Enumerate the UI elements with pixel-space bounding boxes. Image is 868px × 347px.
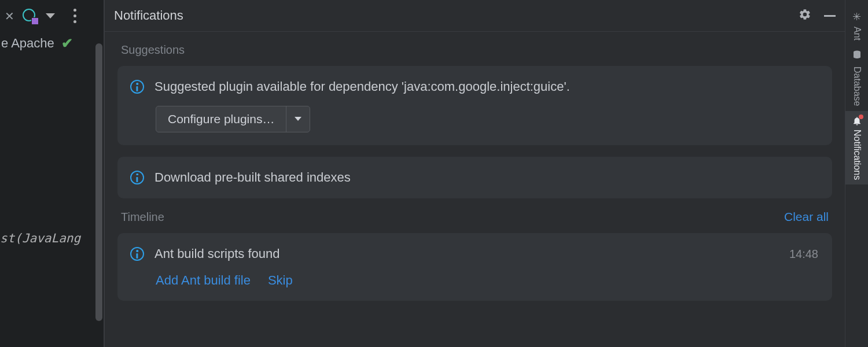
configure-plugins-button[interactable]: Configure plugins… — [156, 106, 310, 132]
close-icon[interactable]: ✕ — [5, 9, 14, 23]
timeline-header: Timeline Clear all — [117, 210, 832, 224]
code-fragment: st(JavaLang — [0, 231, 80, 245]
notification-card[interactable]: Download pre-built shared indexes — [117, 157, 832, 199]
info-icon — [130, 247, 144, 261]
breadcrumb-text: e Apache — [1, 36, 54, 51]
stripe-item-ant[interactable]: ✳ Ant — [852, 6, 862, 45]
more-icon[interactable] — [73, 9, 76, 23]
notifications-panel: Notifications Suggestions Suggested plug… — [104, 0, 845, 347]
editor-area: ✕ e Apache ✔ st(JavaLang — [0, 0, 104, 347]
chevron-down-icon[interactable] — [286, 106, 310, 132]
check-icon: ✔ — [61, 35, 73, 51]
notification-dot-icon — [859, 115, 863, 119]
tool-window-stripe: ✳ Ant Database Notifications — [845, 0, 868, 347]
notification-card[interactable]: Suggested plugin available for dependenc… — [117, 66, 832, 145]
notification-message: Ant build scripts found — [155, 246, 279, 263]
database-icon — [852, 50, 862, 63]
stripe-label: Notifications — [852, 130, 862, 180]
suggestions-label: Suggestions — [121, 43, 185, 57]
notification-card[interactable]: Ant build scripts found 14:48 Add Ant bu… — [117, 233, 832, 301]
panel-body: Suggestions Suggested plugin available f… — [105, 32, 845, 347]
panel-title: Notifications — [114, 8, 799, 23]
suggestions-header: Suggestions — [117, 43, 832, 57]
stripe-item-database[interactable]: Database — [852, 45, 862, 111]
notification-message: Download pre-built shared indexes — [155, 169, 351, 186]
notification-message: Suggested plugin available for dependenc… — [155, 79, 570, 95]
clear-all-link[interactable]: Clear all — [784, 210, 829, 224]
stripe-item-notifications[interactable]: Notifications — [845, 111, 868, 184]
editor-toolbar: ✕ — [0, 0, 104, 32]
bell-icon — [852, 116, 862, 126]
panel-titlebar: Notifications — [105, 0, 845, 32]
stripe-label: Ant — [852, 27, 862, 40]
notification-time: 14:48 — [789, 248, 818, 261]
gear-icon[interactable] — [799, 8, 811, 24]
minimize-icon[interactable] — [824, 15, 836, 17]
scrollbar-vertical[interactable] — [95, 43, 102, 321]
timeline-label: Timeline — [121, 211, 164, 224]
ant-icon: ✳ — [852, 10, 861, 23]
button-label[interactable]: Configure plugins… — [156, 106, 286, 132]
info-icon — [130, 171, 144, 184]
run-config-icon[interactable] — [23, 9, 38, 24]
info-icon — [130, 80, 144, 94]
chevron-down-icon[interactable] — [46, 13, 55, 19]
breadcrumb: e Apache ✔ — [0, 32, 104, 55]
add-ant-build-link[interactable]: Add Ant build file — [156, 273, 251, 288]
stripe-label: Database — [852, 67, 862, 106]
skip-link[interactable]: Skip — [268, 273, 293, 288]
